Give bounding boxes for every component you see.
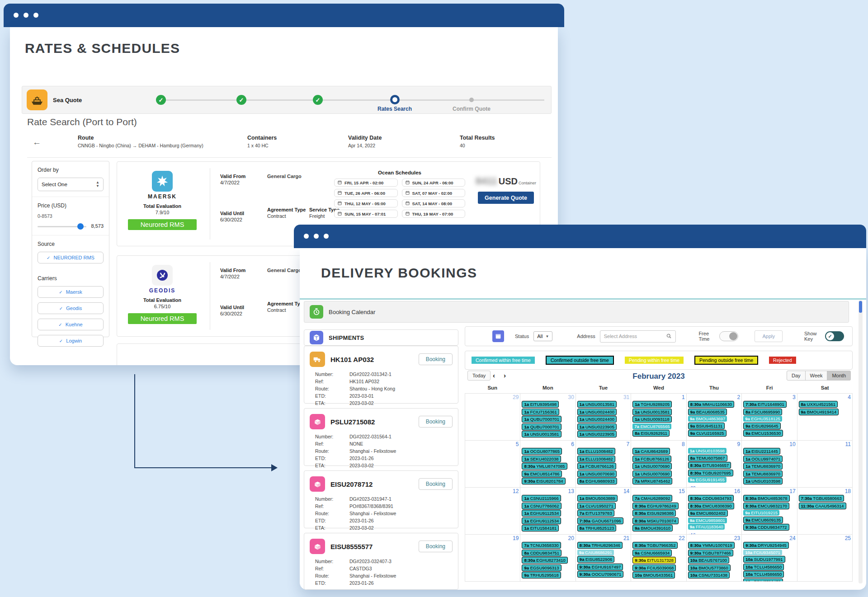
schedule-chip[interactable]: SAT, 14 MAY - 08:00 (402, 199, 466, 207)
calendar-entry[interactable]: 1a UNSU0013581 (632, 409, 672, 415)
step-complete-icon[interactable]: ✓ (156, 95, 166, 105)
calendar-entry[interactable]: 8:30a YMLU8747085 (522, 463, 567, 470)
calendar-entry[interactable]: 9a EMCU8514786 (522, 470, 561, 477)
calendar-entry[interactable]: 7a TCNU3658330 (522, 542, 561, 549)
calendar-entry[interactable]: 8a UXXU4521561 (799, 401, 838, 408)
generate-quote-button[interactable]: Generate Quote (478, 192, 534, 204)
view-day[interactable]: Day (787, 371, 806, 381)
calendar-entry[interactable]: 8:30a EMCU9832170 (743, 503, 789, 509)
calendar-entry[interactable]: 1a UNSU0223905 (577, 423, 617, 430)
calendar-entry[interactable]: 9:30a CDDU9834772 (743, 524, 789, 531)
calendar-entry[interactable]: 9:30a FCIU5039068 (632, 564, 676, 571)
carrier-option-logwin[interactable]: ✓ Logwin (38, 335, 104, 347)
calendar-entry[interactable]: 1a UNSU0223905 (577, 431, 617, 437)
calendar-entry[interactable]: 9a EITU1019215 (743, 510, 779, 516)
calendar-entry[interactable]: 8:30a EISU9298386 (632, 510, 676, 517)
calendar-entry[interactable]: 8a TRHU8525123 (577, 525, 616, 531)
calendar-entry[interactable]: 10a BMOU5773860 (688, 564, 731, 571)
back-arrow-icon[interactable]: ← (33, 137, 41, 147)
calendar-entry[interactable]: 7a EMCU8765565 (632, 423, 671, 429)
calendar-entry[interactable]: 1a UNSU0093118 (632, 416, 671, 423)
calendar-entry[interactable]: 10a FCIU3796470 (743, 578, 783, 582)
calendar-entry[interactable]: 1a TGHU9289205 (632, 401, 672, 408)
calendar-entry[interactable]: 1a UNSU0103598 (688, 448, 726, 454)
schedule-chip[interactable]: TUE, 26 APR - 06:00 (334, 189, 398, 197)
booking-button[interactable]: Booking (419, 353, 453, 365)
calendar-entry[interactable]: 9a EGSU9096313 (522, 564, 561, 571)
more-entries-link[interactable]: +13 more (522, 582, 541, 582)
calendar-entry[interactable]: 1a UNSU0070690 (577, 470, 617, 477)
carrier-option-maersk[interactable]: ✓ Maersk (38, 286, 104, 298)
calendar-entry[interactable]: 8:30a CDDU9834793 (688, 495, 734, 502)
calendar-entry[interactable]: 9a CLVU2165925 (688, 430, 726, 437)
calendar-entry[interactable]: 1a EGHU9112534 (522, 517, 561, 524)
slider-knob[interactable] (77, 223, 84, 230)
source-option-neurored-rms[interactable]: ✓ NEURORED RMS (38, 252, 104, 263)
calendar-entry[interactable]: 1a SEKU4022038 (522, 456, 561, 462)
calendar-entry[interactable]: 8:30a YMMU1007619 (688, 542, 735, 549)
calendar-entry[interactable]: 7:30a TGBU6580663 (799, 495, 844, 502)
calendar-entry[interactable]: 1a CAIU8642689 (632, 448, 670, 455)
calendar-entry[interactable]: 7:30a GAOU6671096 (577, 517, 623, 524)
calendar-entry[interactable]: 9:30a EGHU9167497 (577, 564, 623, 570)
calendar-entry[interactable]: 9a EMCU1536530 (743, 430, 783, 437)
calendar-entry[interactable]: 8:30a EITU9346657 (688, 462, 731, 469)
calendar-entry[interactable]: 9:30a EITU1317328 (632, 557, 676, 564)
calendar-entry[interactable]: 10a TCLU4586650 (743, 564, 784, 570)
calendar-entry[interactable]: 7:30a EITU1648901 (743, 401, 787, 408)
calendar-entry[interactable]: 9a EGSU9191455 (688, 477, 726, 483)
view-month[interactable]: Month (827, 371, 851, 381)
calendar-entry[interactable]: 10a SUDU1977991 (743, 556, 785, 563)
calendar-entry[interactable]: 9a EISU8522906 (577, 556, 614, 563)
show-key-toggle[interactable]: ✓ (825, 331, 844, 341)
calendar-entry[interactable]: 1a TEMU8836970 (743, 470, 783, 477)
calendar-entry[interactable]: 1a CSNU2115966 (522, 495, 561, 502)
carrier-option-geodis[interactable]: ✓ Geodis (38, 302, 104, 314)
calendar-entry[interactable]: 8a FSCU8695990 (743, 409, 782, 415)
calendar-entry[interactable]: 9a EMCU8609135 (743, 517, 783, 523)
carrier-option-kuehne[interactable]: ✓ Kuehne (38, 319, 104, 330)
calendar-entry[interactable]: 1a FCIU7156361 (522, 409, 559, 415)
calendar-entry[interactable]: 9a EMCU8602402 (688, 510, 728, 517)
free-time-toggle[interactable] (719, 331, 738, 341)
schedule-chip[interactable]: SAT, 07 MAY - 02:00 (402, 189, 466, 197)
schedule-chip[interactable]: THU, 19 MAY - 07:00 (402, 210, 466, 218)
vertical-scrollbar[interactable] (859, 300, 863, 583)
step-active-icon[interactable] (390, 95, 400, 104)
calendar-entry[interactable]: 1a UNSU0024400 (577, 409, 617, 415)
more-entries-link[interactable]: +40 more (577, 581, 597, 582)
calendar-entry[interactable]: 8:30a EGHU9786249 (632, 503, 678, 509)
calendar-entry[interactable]: 10a CSNU7331438 (688, 572, 730, 578)
calendar-entry[interactable]: 1a ELLU1008482 (577, 448, 615, 455)
calendar-entry[interactable]: 9a BEAU6068535 (688, 409, 727, 415)
schedule-chip[interactable]: THU, 12 MAY - 05:00 (334, 199, 398, 207)
calendar-entry[interactable]: 1a UNSU0013581 (522, 431, 561, 437)
calendar-entry[interactable]: 1a UNSU0103598 (743, 478, 783, 484)
calendar-entry[interactable]: 7a CMAU6289092 (632, 495, 672, 502)
apply-button[interactable]: Apply (755, 330, 783, 342)
schedule-chip[interactable]: FRI, 15 APR - 02:00 (334, 179, 398, 187)
calendar-entry[interactable]: 9a EMCU9859801 (688, 517, 727, 523)
calendar-entry[interactable]: 1a BMOU5063889 (577, 495, 618, 502)
status-select[interactable]: All ▼ (533, 331, 552, 341)
calendar-entry[interactable]: 9a BMOU4863697 (688, 416, 727, 422)
more-entries-link[interactable]: +5 more (688, 582, 705, 582)
calendar-entry[interactable]: 8:30a EMCU8308390 (688, 503, 734, 509)
view-week[interactable]: Week (805, 371, 828, 381)
calendar-entry[interactable]: 9a CSNU6665934 (632, 550, 672, 556)
calendar-entry[interactable]: 1a OCGU8077865 (522, 448, 562, 455)
calendar-entry[interactable]: 9:30a EISU8201784 (522, 478, 565, 484)
calendar-entry[interactable]: 1a UNSU0070690 (632, 470, 672, 477)
calendar-entry[interactable]: 1a OOLU9974071 (743, 456, 783, 462)
step-complete-icon[interactable]: ✓ (313, 95, 323, 105)
calendar-entry[interactable]: 1a ELLU1008482 (577, 456, 615, 462)
calendar-entry[interactable]: 10a TCLU4586650 (743, 571, 784, 578)
calendar-entry[interactable]: 8:30a MSKU7010074 (632, 517, 678, 524)
calendar-entry[interactable]: 8a EGHU9880933 (577, 478, 617, 484)
booking-button[interactable]: Booking (419, 416, 453, 428)
order-by-select[interactable]: Select One ▲▼ (38, 178, 104, 191)
scrollbar-thumb[interactable] (859, 301, 862, 313)
schedule-chip[interactable]: SUN, 24 APR - 06:00 (402, 179, 466, 187)
calendar-entry[interactable]: 8a TEMU6075867 (688, 455, 727, 461)
calendar-entry[interactable]: 1a EITU9395498 (522, 401, 559, 408)
